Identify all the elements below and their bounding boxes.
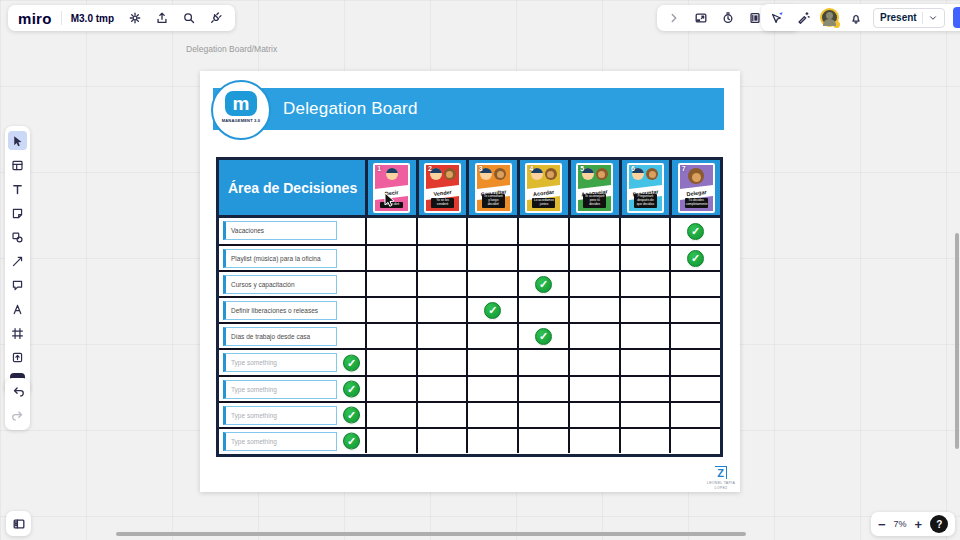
decision-area-cell[interactable]: Type something ✓ <box>219 377 365 401</box>
matrix-cell[interactable] <box>365 403 416 427</box>
comment-tool[interactable] <box>8 275 27 294</box>
delegation-card-cell[interactable]: 2 Vender Yo se los venderé <box>416 160 467 215</box>
zoom-in-button[interactable]: + <box>915 518 923 531</box>
matrix-cell[interactable] <box>568 429 619 453</box>
matrix-cell[interactable] <box>669 403 720 427</box>
checkmark-icon[interactable]: ✓ <box>343 432 360 449</box>
decision-text-box[interactable]: Type something <box>223 406 337 425</box>
board-name[interactable]: M3.0 tmp <box>71 13 114 24</box>
horizontal-scrollbar[interactable] <box>116 532 746 536</box>
delegation-card-cell[interactable]: 6 Preguntar Preguntaré después de que de… <box>619 160 670 215</box>
decision-area-cell[interactable]: Vacaciones <box>219 218 365 244</box>
redo-button[interactable] <box>9 407 27 425</box>
delegation-card-cell[interactable]: 7 Delegar Tú decides completamente <box>669 160 720 215</box>
matrix-cell[interactable] <box>365 429 416 453</box>
matrix-cell[interactable] <box>466 350 517 374</box>
decision-text-box[interactable]: Vacaciones <box>223 221 337 240</box>
matrix-cell[interactable]: ✓ <box>517 324 568 348</box>
decision-text-box[interactable]: Cursos y capacitación <box>223 275 337 294</box>
matrix-cell[interactable] <box>466 403 517 427</box>
matrix-cell[interactable]: ✓ <box>517 272 568 296</box>
checkmark-icon[interactable]: ✓ <box>343 354 360 371</box>
matrix-cell[interactable] <box>416 377 467 401</box>
checkmark-icon[interactable]: ✓ <box>687 223 704 240</box>
matrix-cell[interactable] <box>568 218 619 244</box>
matrix-cell[interactable] <box>669 350 720 374</box>
matrix-cell[interactable] <box>365 324 416 348</box>
matrix-cell[interactable] <box>466 324 517 348</box>
decision-text-box[interactable]: Type something <box>223 353 337 372</box>
matrix-cell[interactable] <box>669 324 720 348</box>
decision-area-cell[interactable]: Type something ✓ <box>219 429 365 453</box>
matrix-cell[interactable] <box>568 246 619 270</box>
checkmark-icon[interactable]: ✓ <box>535 328 552 345</box>
matrix-cell[interactable] <box>416 246 467 270</box>
matrix-cell[interactable] <box>517 350 568 374</box>
help-button[interactable]: ? <box>930 515 948 533</box>
decision-area-cell[interactable]: Type something ✓ <box>219 350 365 374</box>
vertical-scrollbar[interactable] <box>955 233 959 449</box>
integrations-button[interactable] <box>207 9 225 27</box>
matrix-cell[interactable] <box>466 377 517 401</box>
matrix-cell[interactable] <box>416 350 467 374</box>
zoom-out-button[interactable]: − <box>878 518 886 531</box>
matrix-cell[interactable] <box>466 246 517 270</box>
matrix-cell[interactable] <box>669 298 720 322</box>
matrix-cell[interactable] <box>619 218 670 244</box>
upload-tool[interactable] <box>8 347 27 366</box>
sticky-note-tool[interactable] <box>8 203 27 222</box>
matrix-cell[interactable] <box>568 298 619 322</box>
matrix-cell[interactable] <box>669 429 720 453</box>
select-tool[interactable] <box>8 131 27 150</box>
matrix-cell[interactable] <box>517 429 568 453</box>
delegation-card-cell[interactable]: 4 Acordar Lo acordamos juntos <box>517 160 568 215</box>
matrix-cell[interactable] <box>568 350 619 374</box>
delegation-board-frame[interactable]: Delegation Board m MANAGEMENT 3.0 Área d… <box>200 71 740 492</box>
matrix-cell[interactable] <box>619 298 670 322</box>
matrix-cell[interactable] <box>568 403 619 427</box>
delegation-card-cell[interactable]: 5 Aconsejar Te aconsejaré pero tú decide… <box>568 160 619 215</box>
decision-text-box[interactable]: Type something <box>223 432 337 451</box>
matrix-cell[interactable] <box>619 403 670 427</box>
decision-area-cell[interactable]: Días de trabajo desde casa <box>219 324 365 348</box>
pen-tool[interactable] <box>8 299 27 318</box>
user-avatar[interactable] <box>820 8 839 27</box>
zoom-level[interactable]: 7% <box>894 519 907 529</box>
matrix-cell[interactable] <box>568 324 619 348</box>
matrix-cell[interactable] <box>416 272 467 296</box>
matrix-cell[interactable]: ✓ <box>669 218 720 244</box>
shapes-tool[interactable] <box>8 227 27 246</box>
miro-logo[interactable]: miro <box>18 10 52 27</box>
matrix-cell[interactable] <box>669 272 720 296</box>
connector-tool[interactable] <box>8 251 27 270</box>
decision-text-box[interactable]: Type something <box>223 380 337 399</box>
matrix-cell[interactable] <box>517 218 568 244</box>
present-button[interactable]: Present <box>873 8 945 28</box>
matrix-cell[interactable] <box>416 429 467 453</box>
matrix-cell[interactable] <box>619 377 670 401</box>
matrix-cell[interactable] <box>416 298 467 322</box>
matrix-cell[interactable]: ✓ <box>466 298 517 322</box>
checkmark-icon[interactable]: ✓ <box>343 406 360 423</box>
checkmark-icon[interactable]: ✓ <box>535 276 552 293</box>
checkmark-icon[interactable]: ✓ <box>484 302 501 319</box>
checkmark-icon[interactable]: ✓ <box>687 250 704 267</box>
matrix-cell[interactable]: ✓ <box>669 246 720 270</box>
panels-button[interactable] <box>6 511 31 536</box>
decision-area-cell[interactable]: Type something ✓ <box>219 403 365 427</box>
laser-pointer-button[interactable] <box>794 9 812 27</box>
matrix-cell[interactable] <box>568 377 619 401</box>
share-button[interactable]: Share <box>953 7 960 28</box>
decision-text-box[interactable]: Días de trabajo desde casa <box>223 327 337 346</box>
matrix-cell[interactable] <box>466 429 517 453</box>
matrix-cell[interactable] <box>365 350 416 374</box>
templates-tool[interactable] <box>8 155 27 174</box>
matrix-cell[interactable] <box>416 403 467 427</box>
matrix-cell[interactable] <box>669 377 720 401</box>
matrix-cell[interactable] <box>365 272 416 296</box>
matrix-cell[interactable] <box>517 403 568 427</box>
matrix-cell[interactable] <box>517 298 568 322</box>
frames-tool[interactable] <box>8 323 27 342</box>
matrix-cell[interactable] <box>619 350 670 374</box>
decision-area-cell[interactable]: Playlist (música) para la oficina <box>219 246 365 270</box>
